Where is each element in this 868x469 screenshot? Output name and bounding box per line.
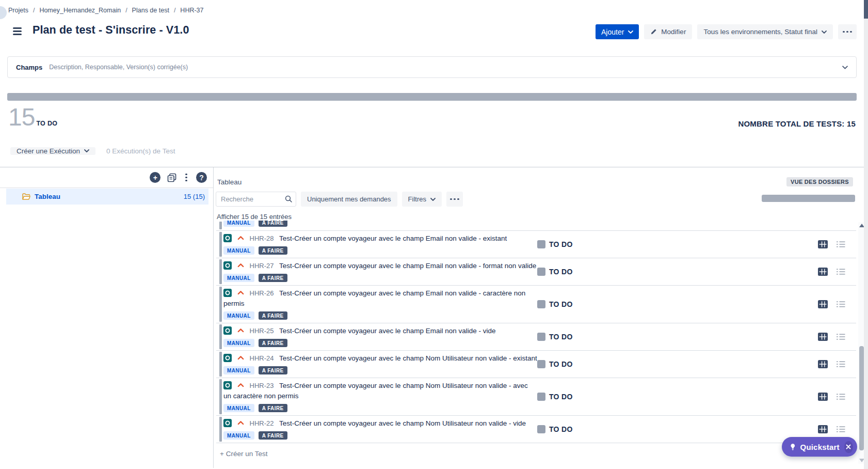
drag-handle[interactable]: [219, 259, 222, 284]
test-summary: HHR-27 Test-Créer un compte voyageur ave…: [223, 261, 537, 271]
only-my-requests-button[interactable]: Uniquement mes demandes: [301, 192, 397, 207]
badge-a-faire: A FAIRE: [259, 366, 287, 374]
test-title[interactable]: Test-Créer un compte voyageur avec le ch…: [279, 262, 536, 270]
folders-toolbar: + ?: [0, 167, 213, 187]
drag-handle[interactable]: [219, 232, 222, 257]
environment-status-label: Tous les environnements, Statut final: [703, 28, 817, 36]
create-execution-button[interactable]: Créer une Exécution: [10, 147, 95, 155]
table-row[interactable]: HHR-27 Test-Créer un compte voyageur ave…: [216, 258, 856, 286]
add-button[interactable]: Ajouter: [596, 24, 639, 39]
more-actions-button[interactable]: [838, 24, 857, 39]
entries-summary: Afficher 15 de 15 entrées: [217, 213, 292, 221]
dataset-grid-icon[interactable]: [818, 268, 828, 276]
table-row[interactable]: HHR-24 Test-Créer un compte voyageur ave…: [216, 351, 856, 378]
breadcrumb-test-plans[interactable]: Plans de test: [132, 7, 169, 14]
only-my-requests-label: Uniquement mes demandes: [307, 195, 391, 203]
test-steps-list-icon[interactable]: [836, 361, 845, 368]
window-scrollbar-thumb[interactable]: [864, 0, 868, 19]
test-summary: HHR-25 Test-Créer un compte voyageur ave…: [223, 326, 537, 336]
help-button[interactable]: ?: [196, 172, 207, 183]
test-key[interactable]: HHR-25: [250, 327, 274, 335]
edit-button[interactable]: Modifier: [644, 24, 692, 39]
table-row[interactable]: HHR-28 Test-Créer un compte voyageur ave…: [216, 231, 856, 258]
dataset-grid-icon[interactable]: [818, 360, 828, 368]
scroll-up-arrow-icon[interactable]: [859, 224, 864, 227]
status-color-square: [537, 360, 545, 368]
test-status: TO DO: [537, 393, 573, 401]
fields-expander[interactable]: Champs Description, Responsable, Version…: [7, 56, 857, 78]
folder-test-count: 15 (15): [184, 193, 205, 200]
create-test-link[interactable]: + Créer un Test: [216, 443, 856, 458]
quickstart-close-button[interactable]: [844, 441, 853, 453]
test-steps-list-icon[interactable]: [836, 393, 845, 400]
breadcrumb-issue-key[interactable]: HHR-37: [180, 7, 203, 14]
folder-more-icon[interactable]: [183, 174, 189, 182]
status-color-square: [537, 300, 545, 308]
table-row[interactable]: HHR-23 Test-Créer un compte voyageur ave…: [216, 378, 856, 416]
test-title[interactable]: Test-Créer un compte voyageur avec le ch…: [279, 354, 537, 362]
badge-manual: MANUAL: [223, 221, 254, 227]
drag-handle[interactable]: [219, 417, 222, 442]
filters-dropdown[interactable]: Filtres: [402, 192, 442, 207]
status-label: TO DO: [549, 333, 573, 341]
breadcrumb-project-name[interactable]: Homey_Hernandez_Romain: [39, 7, 121, 14]
drag-handle[interactable]: [219, 352, 222, 377]
test-steps-list-icon[interactable]: [836, 333, 845, 340]
table-row[interactable]: HHR-22 Test-Créer un compte voyageur ave…: [216, 416, 856, 443]
status-label: TO DO: [549, 268, 573, 276]
dataset-grid-icon[interactable]: [818, 300, 828, 308]
search-input[interactable]: [216, 192, 296, 207]
test-title[interactable]: Test-Créer un compte voyageur avec le ch…: [279, 234, 507, 242]
priority-high-icon: [237, 236, 244, 240]
table-row-partial[interactable]: MANUALA FAIRE: [216, 221, 856, 231]
chevron-down-icon[interactable]: [842, 66, 848, 69]
breadcrumb-projects[interactable]: Projets: [8, 7, 28, 14]
test-title[interactable]: Test-Créer un compte voyageur avec le ch…: [279, 419, 526, 427]
add-folder-button[interactable]: +: [150, 172, 160, 183]
hamburger-menu-icon[interactable]: [13, 27, 22, 35]
status-color-square: [537, 240, 545, 248]
window-scrollbar[interactable]: [864, 0, 868, 469]
test-steps-list-icon[interactable]: [836, 241, 845, 248]
test-steps-list-icon[interactable]: [836, 268, 845, 275]
drag-handle[interactable]: [219, 287, 222, 322]
dataset-grid-icon[interactable]: [818, 240, 828, 248]
test-key[interactable]: HHR-22: [250, 419, 274, 427]
dataset-grid-icon[interactable]: [818, 425, 828, 433]
test-steps-list-icon[interactable]: [836, 301, 845, 308]
test-status: TO DO: [537, 425, 573, 433]
test-key[interactable]: HHR-26: [250, 289, 274, 297]
scroll-down-arrow-icon[interactable]: [859, 459, 864, 462]
folder-item-tableau[interactable]: Tableau 15 (15): [6, 189, 208, 205]
table-scrollbar-thumb[interactable]: [859, 346, 864, 450]
test-type-icon: [223, 289, 232, 297]
edit-button-label: Modifier: [661, 28, 686, 36]
drag-handle[interactable]: [219, 379, 222, 414]
test-key[interactable]: HHR-23: [250, 382, 274, 389]
dataset-grid-icon[interactable]: [818, 393, 828, 401]
test-steps-list-icon[interactable]: [836, 426, 845, 433]
dataset-grid-icon[interactable]: [818, 333, 828, 341]
todo-statistic: 15 TO DO: [8, 105, 57, 130]
table-row[interactable]: HHR-25 Test-Créer un compte voyageur ave…: [216, 323, 856, 351]
priority-high-icon: [237, 290, 244, 295]
badge-manual: MANUAL: [223, 246, 254, 255]
test-key[interactable]: HHR-27: [250, 262, 274, 270]
environment-status-dropdown[interactable]: Tous les environnements, Statut final: [697, 24, 833, 39]
table-row[interactable]: HHR-26 Test-Créer un compte voyageur ave…: [216, 286, 856, 323]
drag-handle[interactable]: [219, 324, 222, 349]
folders-view-button[interactable]: VUE DES DOSSIERS: [786, 177, 853, 186]
status-color-square: [537, 425, 545, 433]
badge-a-faire: A FAIRE: [259, 431, 287, 440]
badge-a-faire: A FAIRE: [259, 274, 287, 282]
test-key[interactable]: HHR-28: [250, 234, 274, 242]
execution-count-label: 0 Exécution(s) de Test: [106, 147, 175, 155]
quickstart-button[interactable]: Quickstart: [782, 437, 857, 457]
drag-handle[interactable]: [219, 222, 222, 229]
table-more-button[interactable]: [446, 192, 463, 207]
folder-icon: [22, 193, 30, 200]
expand-collapse-icon[interactable]: [167, 173, 176, 182]
test-status: TO DO: [537, 360, 573, 368]
test-key[interactable]: HHR-24: [250, 354, 274, 362]
test-title[interactable]: Test-Créer un compte voyageur avec le ch…: [279, 327, 495, 335]
